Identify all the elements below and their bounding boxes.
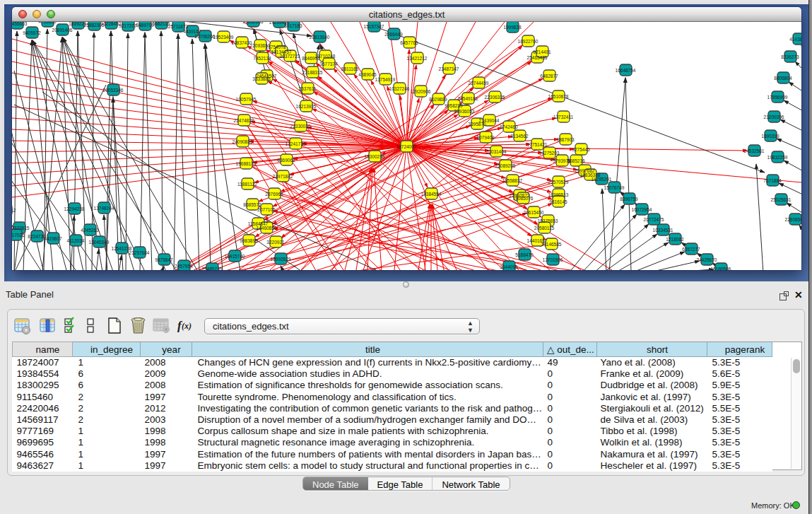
svg-text:19085076: 19085076 bbox=[513, 196, 534, 201]
svg-text:9887903: 9887903 bbox=[556, 137, 575, 142]
svg-text:20813640: 20813640 bbox=[310, 35, 330, 40]
svg-text:12294238: 12294238 bbox=[64, 206, 85, 211]
svg-text:15180586: 15180586 bbox=[711, 267, 731, 271]
svg-text:22570529: 22570529 bbox=[548, 180, 569, 185]
svg-text:21439044: 21439044 bbox=[479, 118, 500, 123]
svg-text:4245263: 4245263 bbox=[81, 228, 99, 233]
svg-text:16213925: 16213925 bbox=[296, 104, 317, 109]
svg-text:10323815: 10323815 bbox=[12, 226, 30, 230]
svg-text:5188470: 5188470 bbox=[515, 252, 534, 257]
svg-text:(x): (x) bbox=[182, 321, 192, 331]
svg-text:20372723: 20372723 bbox=[280, 54, 300, 59]
svg-text:10334531: 10334531 bbox=[653, 228, 673, 233]
svg-text:3917183: 3917183 bbox=[284, 23, 302, 28]
svg-text:4112034: 4112034 bbox=[67, 238, 85, 243]
svg-text:14275203: 14275203 bbox=[539, 151, 560, 156]
svg-text:20772475: 20772475 bbox=[644, 217, 664, 222]
svg-text:18300295: 18300295 bbox=[365, 154, 385, 159]
svg-text:23188315: 23188315 bbox=[302, 70, 323, 75]
svg-text:8396759: 8396759 bbox=[620, 197, 638, 201]
svg-text:1890399: 1890399 bbox=[761, 134, 779, 139]
svg-text:22306335: 22306335 bbox=[485, 95, 505, 100]
svg-text:9214491: 9214491 bbox=[533, 49, 551, 54]
svg-text:13701506: 13701506 bbox=[543, 257, 563, 262]
svg-text:24090883: 24090883 bbox=[233, 139, 253, 144]
svg-text:3333883: 3333883 bbox=[252, 76, 271, 81]
svg-text:23706266: 23706266 bbox=[195, 34, 216, 39]
svg-text:10837430: 10837430 bbox=[232, 40, 252, 45]
svg-text:13146585: 13146585 bbox=[541, 242, 562, 247]
svg-text:21200396: 21200396 bbox=[764, 115, 784, 119]
svg-text:2537611: 2537611 bbox=[299, 86, 317, 91]
svg-text:4439167: 4439167 bbox=[183, 29, 201, 34]
svg-text:17751421: 17751421 bbox=[527, 142, 548, 147]
svg-text:17956909: 17956909 bbox=[767, 95, 788, 100]
svg-text:15076749: 15076749 bbox=[604, 185, 625, 190]
svg-text:16415740: 16415740 bbox=[225, 254, 245, 259]
svg-text:18992829: 18992829 bbox=[271, 257, 291, 262]
svg-text:11881122: 11881122 bbox=[237, 182, 257, 187]
svg-text:2457954: 2457954 bbox=[175, 264, 193, 269]
svg-text:6482877: 6482877 bbox=[540, 74, 558, 78]
svg-text:2066449: 2066449 bbox=[384, 32, 403, 37]
svg-text:22744459: 22744459 bbox=[469, 81, 489, 86]
svg-text:7671884: 7671884 bbox=[763, 178, 782, 183]
svg-text:25485735: 25485735 bbox=[202, 267, 223, 271]
svg-text:16510878: 16510878 bbox=[548, 94, 569, 99]
svg-text:19384554: 19384554 bbox=[421, 192, 442, 197]
svg-text:9983893: 9983893 bbox=[240, 238, 258, 243]
svg-text:16648754: 16648754 bbox=[616, 68, 636, 73]
svg-text:24549181: 24549181 bbox=[458, 96, 478, 101]
svg-text:15157347: 15157347 bbox=[364, 24, 384, 29]
svg-text:23971842: 23971842 bbox=[273, 174, 293, 179]
svg-text:9875847: 9875847 bbox=[155, 257, 173, 262]
svg-text:2077105: 2077105 bbox=[257, 207, 276, 212]
svg-text:8685577: 8685577 bbox=[243, 202, 261, 207]
svg-text:6742460: 6742460 bbox=[500, 124, 518, 129]
svg-text:13045349: 13045349 bbox=[89, 240, 110, 245]
svg-text:23487347: 23487347 bbox=[439, 66, 459, 71]
svg-text:8029889: 8029889 bbox=[429, 97, 447, 102]
svg-text:22806503: 22806503 bbox=[785, 217, 801, 222]
svg-text:8806804: 8806804 bbox=[774, 76, 792, 81]
svg-text:8369062: 8369062 bbox=[277, 158, 295, 163]
svg-text:2876966: 2876966 bbox=[265, 192, 283, 197]
svg-text:25711873: 25711873 bbox=[168, 24, 189, 29]
svg-text:13421212: 13421212 bbox=[407, 56, 428, 61]
svg-text:10057945: 10057945 bbox=[236, 97, 257, 102]
svg-text:19836388: 19836388 bbox=[580, 173, 601, 177]
svg-text:6457765: 6457765 bbox=[400, 40, 418, 45]
svg-text:10710248: 10710248 bbox=[315, 54, 336, 59]
svg-text:25089205: 25089205 bbox=[495, 163, 516, 168]
svg-text:19832259: 19832259 bbox=[767, 155, 788, 160]
svg-text:3220921: 3220921 bbox=[266, 240, 285, 245]
svg-text:8224730: 8224730 bbox=[28, 234, 46, 239]
svg-text:16396513: 16396513 bbox=[548, 192, 569, 197]
svg-text:4735650: 4735650 bbox=[38, 22, 57, 24]
svg-text:6217026: 6217026 bbox=[12, 233, 25, 238]
svg-text:9958289: 9958289 bbox=[445, 103, 463, 108]
svg-text:13732411: 13732411 bbox=[553, 115, 574, 119]
svg-text:25852685: 25852685 bbox=[243, 22, 264, 24]
svg-text:25465435: 25465435 bbox=[527, 55, 548, 60]
svg-text:8079409: 8079409 bbox=[476, 135, 495, 140]
svg-text:22455603: 22455603 bbox=[12, 22, 28, 26]
svg-text:13754919: 13754919 bbox=[375, 77, 396, 82]
svg-text:7452134: 7452134 bbox=[253, 56, 271, 61]
svg-text:15375853: 15375853 bbox=[538, 218, 558, 223]
svg-text:8336273: 8336273 bbox=[781, 54, 799, 59]
svg-text:14460856: 14460856 bbox=[257, 226, 277, 230]
svg-text:8134562: 8134562 bbox=[510, 134, 529, 139]
svg-text:12416912: 12416912 bbox=[12, 208, 16, 213]
svg-text:1218062: 1218062 bbox=[666, 237, 684, 242]
svg-text:20615450: 20615450 bbox=[524, 210, 544, 215]
svg-text:13241736: 13241736 bbox=[286, 141, 306, 146]
svg-text:24532561: 24532561 bbox=[744, 148, 765, 153]
svg-text:18724007: 18724007 bbox=[396, 144, 417, 149]
svg-text:22330030: 22330030 bbox=[290, 124, 311, 129]
svg-text:9275445: 9275445 bbox=[572, 147, 590, 152]
svg-text:21257684: 21257684 bbox=[129, 250, 150, 255]
svg-text:6357277: 6357277 bbox=[682, 247, 700, 252]
svg-text:9405572: 9405572 bbox=[23, 30, 41, 35]
svg-text:8811165: 8811165 bbox=[341, 66, 359, 71]
